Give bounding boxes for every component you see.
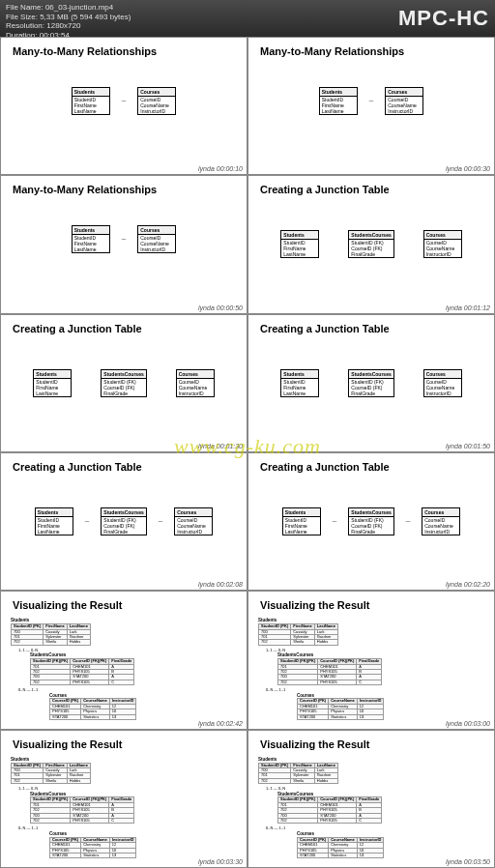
- player-header: File Name: 06_03-junction.mp4 File Size:…: [0, 0, 495, 37]
- entity-students: StudentsStudentIDFirstNameLastName: [319, 87, 358, 115]
- entity-students: StudentsStudentIDFirstNameLastName: [280, 230, 319, 258]
- entity-students: StudentsStudentIDFirstNameLastName: [72, 87, 110, 115]
- entity-students: StudentsStudentIDFirstNameLastName: [282, 507, 321, 535]
- entity-studentscourses: StudentsCoursesStudentID (FK)CourseID (F…: [348, 507, 393, 535]
- relation-label: 0..N — 1..1: [266, 688, 484, 692]
- result-visual: StudentsStudentID (PK)FirstNameLastName7…: [258, 619, 484, 723]
- thumbnail-7[interactable]: Creating a Junction TableStudentsStudent…: [248, 453, 494, 590]
- entity-students: StudentsStudentIDFirstNameLastName: [72, 225, 110, 253]
- entity-students: StudentsStudentIDFirstNameLastName: [280, 369, 319, 397]
- er-diagram: StudentsStudentIDFirstNameLastName—Cours…: [1, 176, 247, 312]
- thumbnail-11[interactable]: Visualizing the ResultStudentsStudentID …: [248, 731, 494, 867]
- timestamp-overlay: lynda 00:00:30: [446, 165, 490, 172]
- relation-label: 1..1 — 0..N: [266, 787, 484, 791]
- datatable-students: StudentsStudentID (PK)FirstNameLastName7…: [11, 619, 237, 646]
- thumbnail-3[interactable]: Creating a Junction TableStudentsStudent…: [248, 176, 494, 312]
- timestamp-overlay: lynda 00:01:12: [446, 304, 490, 311]
- timestamp-overlay: lynda 00:02:20: [446, 581, 490, 588]
- datatable-studentscourses: StudentsCoursesStudentID (FK)(PK)CourseI…: [277, 653, 484, 685]
- thumbnail-4[interactable]: Creating a Junction TableStudentsStudent…: [1, 315, 247, 451]
- result-visual: StudentsStudentID (PK)FirstNameLastName7…: [258, 758, 484, 862]
- entity-studentscourses: StudentsCoursesStudentID (FK)CourseID (F…: [101, 507, 146, 535]
- datatable-courses: CoursesCourseID (PK)CourseNameInstructor…: [297, 832, 484, 859]
- datatable-courses: CoursesCourseID (PK)CourseNameInstructor…: [49, 694, 237, 721]
- er-diagram: StudentsStudentIDFirstNameLastNameStuden…: [248, 176, 494, 312]
- datatable-studentscourses: StudentsCoursesStudentID (FK)(PK)CourseI…: [30, 653, 237, 685]
- relation-label: 0..N — 1..1: [18, 688, 237, 692]
- relationship-connector: —: [159, 519, 163, 524]
- timestamp-overlay: lynda 00:02:08: [198, 581, 243, 588]
- entity-studentscourses: StudentsCoursesStudentID (FK)CourseID (F…: [348, 230, 393, 258]
- timestamp-overlay: lynda 00:00:50: [198, 304, 243, 311]
- relationship-connector: —: [333, 519, 337, 524]
- slide-title: Visualizing the Result: [260, 738, 370, 750]
- entity-students: StudentsStudentIDFirstNameLastName: [33, 369, 72, 397]
- entity-studentscourses: StudentsCoursesStudentID (FK)CourseID (F…: [348, 369, 393, 397]
- timestamp-overlay: lynda 00:01:50: [446, 443, 490, 449]
- entity-courses: CoursesCourseIDCourseNameInstructorID: [422, 507, 460, 535]
- er-diagram: StudentsStudentIDFirstNameLastName—Cours…: [1, 38, 247, 174]
- entity-courses: CoursesCourseIDCourseNameInstructorID: [176, 369, 215, 397]
- entity-courses: CoursesCourseIDCourseNameInstructorID: [137, 225, 176, 253]
- thumbnail-1[interactable]: Many-to-Many RelationshipsStudentsStuden…: [248, 38, 494, 174]
- entity-studentscourses: StudentsCoursesStudentID (FK)CourseID (F…: [101, 369, 146, 397]
- slide-title: Visualizing the Result: [260, 599, 370, 611]
- app-title: MPC-HC: [398, 6, 489, 31]
- relationship-connector: —: [85, 519, 90, 524]
- er-diagram: StudentsStudentIDFirstNameLastNameStuden…: [1, 315, 247, 451]
- result-visual: StudentsStudentID (PK)FirstNameLastName7…: [11, 619, 237, 723]
- thumbnail-6[interactable]: Creating a Junction TableStudentsStudent…: [1, 453, 247, 590]
- entity-courses: CoursesCourseIDCourseNameInstructorID: [137, 87, 176, 115]
- datatable-students: StudentsStudentID (PK)FirstNameLastName7…: [11, 758, 237, 785]
- result-visual: StudentsStudentID (PK)FirstNameLastName7…: [11, 758, 237, 862]
- file-info: File Name: 06_03-junction.mp4 File Size:…: [6, 3, 131, 40]
- datatable-students: StudentsStudentID (PK)FirstNameLastName7…: [258, 758, 484, 785]
- timestamp-overlay: lynda 00:03:30: [198, 858, 243, 865]
- datatable-students: StudentsStudentID (PK)FirstNameLastName7…: [258, 619, 484, 646]
- er-diagram: StudentsStudentIDFirstNameLastNameStuden…: [248, 315, 494, 451]
- thumbnail-grid: Many-to-Many RelationshipsStudentsStuden…: [0, 37, 495, 868]
- datatable-courses: CoursesCourseID (PK)CourseNameInstructor…: [49, 832, 237, 859]
- thumbnail-0[interactable]: Many-to-Many RelationshipsStudentsStuden…: [1, 38, 247, 174]
- entity-students: StudentsStudentIDFirstNameLastName: [35, 507, 73, 535]
- er-diagram: StudentsStudentIDFirstNameLastName—Stude…: [248, 453, 494, 590]
- thumbnail-2[interactable]: Many-to-Many RelationshipsStudentsStuden…: [1, 176, 247, 312]
- thumbnail-8[interactable]: Visualizing the ResultStudentsStudentID …: [1, 592, 247, 728]
- slide-title: Visualizing the Result: [13, 738, 123, 750]
- datatable-studentscourses: StudentsCoursesStudentID (FK)(PK)CourseI…: [277, 793, 484, 825]
- entity-courses: CoursesCourseIDCourseNameInstructorID: [174, 507, 213, 535]
- er-diagram: StudentsStudentIDFirstNameLastName—Cours…: [248, 38, 494, 174]
- datatable-courses: CoursesCourseID (PK)CourseNameInstructor…: [297, 694, 484, 721]
- entity-courses: CoursesCourseIDCourseNameInstructorID: [423, 369, 462, 397]
- timestamp-overlay: lynda 00:03:50: [446, 858, 490, 865]
- timestamp-overlay: lynda 00:02:42: [198, 720, 243, 727]
- relationship-connector: —: [122, 99, 127, 103]
- relation-label: 1..1 — 0..N: [18, 787, 237, 791]
- entity-courses: CoursesCourseIDCourseNameInstructorID: [423, 230, 462, 258]
- er-diagram: StudentsStudentIDFirstNameLastName—Stude…: [1, 453, 247, 590]
- entity-courses: CoursesCourseIDCourseNameInstructorID: [385, 87, 423, 115]
- datatable-studentscourses: StudentsCoursesStudentID (FK)(PK)CourseI…: [30, 793, 237, 825]
- thumbnail-5[interactable]: Creating a Junction TableStudentsStudent…: [248, 315, 494, 451]
- timestamp-overlay: lynda 00:03:00: [446, 720, 490, 727]
- relationship-connector: —: [369, 99, 374, 103]
- relationship-connector: —: [122, 237, 127, 242]
- timestamp-overlay: lynda 00:00:10: [198, 165, 243, 172]
- thumbnail-10[interactable]: Visualizing the ResultStudentsStudentID …: [1, 731, 247, 867]
- timestamp-overlay: lynda 00:01:30: [198, 443, 243, 449]
- thumbnail-9[interactable]: Visualizing the ResultStudentsStudentID …: [248, 592, 494, 728]
- relationship-connector: —: [406, 519, 411, 524]
- slide-title: Visualizing the Result: [13, 599, 123, 611]
